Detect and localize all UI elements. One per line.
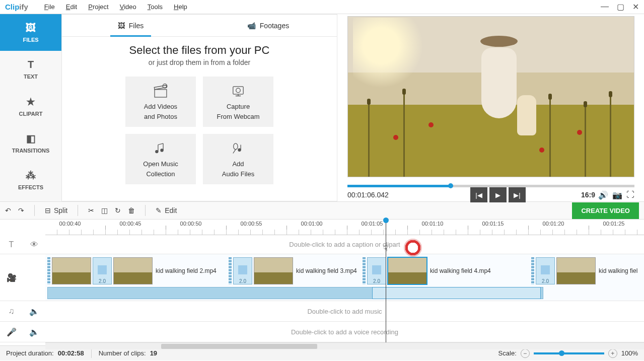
music-track-icon[interactable]: ♫	[0, 307, 23, 316]
create-video-button[interactable]: CREATE VIDEO	[572, 202, 639, 219]
tab-files[interactable]: 🖼FILES	[0, 14, 61, 51]
timeline-toolbar: ↶ ↷ ⊟Split ✂ ◫ ↻ 🗑 ✎Edit CREATE VIDEO	[0, 201, 644, 220]
zoom-in-button[interactable]: +	[608, 349, 617, 358]
image-icon: 🖼	[26, 22, 36, 34]
text-track-icon[interactable]: T	[0, 240, 23, 249]
status-duration: 00:02:58	[58, 349, 84, 357]
redo-button[interactable]: ↷	[18, 206, 24, 214]
playhead[interactable]	[386, 220, 386, 342]
top-region: 🖼FILES TTEXT ★CLIPART ◧TRANSITIONS ⁂EFFE…	[0, 14, 644, 201]
window-minimize-icon[interactable]: —	[601, 2, 609, 12]
transitions-icon: ◧	[26, 132, 36, 145]
menu-help[interactable]: Help	[169, 2, 192, 12]
scale-label: Scale:	[498, 349, 517, 357]
tab-transitions[interactable]: ◧TRANSITIONS	[0, 124, 61, 161]
video-track-icon[interactable]: 🎥	[0, 273, 23, 282]
speaker-icon[interactable]: 🔈	[23, 307, 45, 316]
transition-icon[interactable]: 2.0	[367, 257, 386, 284]
audio-strip-selected[interactable]	[372, 287, 541, 299]
zoom-out-button[interactable]: −	[521, 349, 530, 358]
menu-edit[interactable]: Edit	[61, 2, 82, 12]
zoom-value: 100%	[621, 349, 638, 357]
wand-icon: ⁂	[26, 169, 36, 181]
camera-icon: 📹	[247, 22, 256, 30]
window-controls: — ▢ ✕	[601, 2, 639, 12]
mic-track-icon[interactable]: 🎤	[0, 327, 23, 337]
card-add-audio[interactable]: AddAudio Files	[203, 134, 273, 184]
tracks: ☟ Double-click to add a caption or clipa…	[45, 235, 644, 342]
aspect-selector[interactable]: 16:9	[581, 191, 595, 199]
crop-button[interactable]: ◫	[101, 206, 108, 214]
menu-file[interactable]: File	[39, 2, 60, 12]
clip-1[interactable]: 2.0 kid walking field 2.mp4	[47, 256, 218, 285]
preview-viewport[interactable]	[347, 16, 634, 177]
music-track[interactable]: Double-click to add music	[45, 301, 644, 322]
delete-button[interactable]: 🗑	[128, 206, 135, 214]
track-headers: T👁 🎥 ♫🔈 🎤🔈	[0, 235, 45, 361]
svg-point-6	[234, 143, 238, 150]
window-close-icon[interactable]: ✕	[632, 2, 639, 12]
caption-track[interactable]: Double-click to add a caption or clipart	[45, 235, 644, 254]
speaker-icon[interactable]: 🔈	[23, 327, 45, 337]
card-add-videos[interactable]: Add Videosand Photos	[125, 77, 196, 127]
svg-point-5	[161, 149, 163, 152]
status-clips: 19	[150, 349, 157, 357]
timeline-scrollbar[interactable]	[45, 342, 644, 349]
voice-track[interactable]: Double-click to add a voice recording	[45, 322, 644, 342]
timeline: T👁 🎥 ♫🔈 🎤🔈 00:00:40 00:00:45 00:00:50 00…	[0, 220, 644, 345]
undo-button[interactable]: ↶	[5, 206, 11, 214]
left-tabs: 🖼FILES TTEXT ★CLIPART ◧TRANSITIONS ⁂EFFE…	[0, 14, 61, 201]
eye-icon[interactable]: 👁	[23, 240, 45, 249]
transition-icon[interactable]: 2.0	[93, 257, 112, 284]
star-icon: ★	[26, 96, 35, 108]
pencil-icon: ✎	[156, 206, 162, 214]
card-open-music[interactable]: Open MusicCollection	[125, 134, 196, 184]
files-panel-tabs: 🖼Files 📹Footages	[62, 15, 337, 37]
split-button[interactable]: ⊟Split	[45, 206, 67, 214]
scale-control: Scale: − + 100%	[498, 349, 638, 358]
menu-tools[interactable]: Tools	[142, 2, 168, 12]
transport: |◀ ▶ ▶|	[470, 187, 526, 202]
video-track[interactable]: 2.0 kid walking field 2.mp4 2.0 kid walk…	[45, 254, 644, 301]
clip-3-selected[interactable]: 2.0 kid walking field 4.mp4	[363, 256, 492, 285]
menubar: Clipify File Edit Project Video Tools He…	[0, 0, 644, 14]
window-maximize-icon[interactable]: ▢	[617, 2, 624, 12]
tab-text[interactable]: TTEXT	[0, 51, 61, 88]
tab-effects[interactable]: ⁂EFFECTS	[0, 161, 61, 198]
files-tab-footages[interactable]: 📹Footages	[199, 15, 337, 36]
fullscreen-icon[interactable]: ⛶	[626, 190, 634, 200]
svg-point-4	[156, 151, 158, 153]
menu-project[interactable]: Project	[83, 2, 113, 12]
menu-video[interactable]: Video	[115, 2, 141, 12]
status-clips-label: Number of clips:	[99, 349, 146, 357]
edit-button[interactable]: ✎Edit	[156, 206, 177, 214]
click-indicator	[404, 239, 422, 257]
snapshot-icon[interactable]: 📷	[612, 190, 622, 200]
transition-icon[interactable]: 2.0	[233, 257, 252, 284]
files-heading: Select the files from your PC	[62, 44, 337, 57]
files-grid: Add Videosand Photos CaptureFrom Webcam …	[62, 77, 337, 184]
time-ruler[interactable]: 00:00:40 00:00:45 00:00:50 00:00:55 00:0…	[45, 220, 644, 235]
files-subheading: or just drop them in from a folder	[62, 58, 337, 66]
webcam-icon	[230, 83, 247, 100]
clapper-icon	[152, 83, 169, 100]
svg-rect-0	[155, 90, 167, 97]
files-tab-files[interactable]: 🖼Files	[62, 15, 199, 36]
play-button[interactable]: ▶	[489, 187, 507, 202]
music-notes-icon	[152, 140, 169, 158]
files-panel: 🖼Files 📹Footages Select the files from y…	[61, 14, 337, 201]
volume-icon[interactable]: 🔊	[598, 190, 608, 200]
tab-clipart[interactable]: ★CLIPART	[0, 88, 61, 124]
zoom-slider[interactable]	[534, 352, 604, 354]
transition-icon[interactable]: 2.0	[536, 257, 555, 284]
cut-button[interactable]: ✂	[88, 206, 94, 214]
card-capture-webcam[interactable]: CaptureFrom Webcam	[203, 77, 273, 127]
split-icon: ⊟	[45, 206, 51, 214]
prev-button[interactable]: |◀	[470, 187, 487, 202]
svg-rect-2	[233, 87, 243, 94]
rotate-button[interactable]: ↻	[115, 206, 121, 214]
clip-4[interactable]: 2.0 kid walking fiel	[531, 256, 639, 285]
app-logo: Clipify	[5, 3, 28, 11]
clip-2[interactable]: 2.0 kid walking field 3.mp4	[229, 256, 359, 285]
next-button[interactable]: ▶|	[509, 187, 526, 202]
